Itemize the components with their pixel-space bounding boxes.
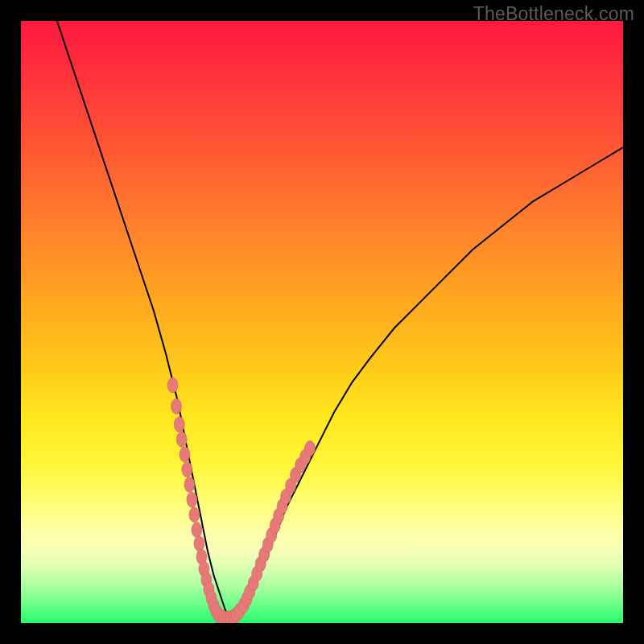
data-marker: [192, 522, 202, 538]
data-marker: [184, 477, 195, 493]
data-marker: [305, 441, 316, 456]
chart-frame: TheBottleneck.com: [0, 0, 644, 644]
data-marker: [171, 398, 182, 414]
data-marker: [174, 417, 184, 432]
data-marker: [182, 462, 192, 477]
data-marker: [180, 447, 190, 462]
curve-layer: [21, 21, 623, 623]
data-marker: [189, 507, 200, 522]
watermark-text: TheBottleneck.com: [473, 3, 634, 25]
plot-area: [21, 21, 623, 623]
data-marker: [176, 431, 187, 447]
data-marker: [194, 536, 204, 551]
bottleneck-curve: [57, 21, 623, 617]
data-marker: [187, 492, 197, 507]
data-marker: [167, 378, 178, 393]
